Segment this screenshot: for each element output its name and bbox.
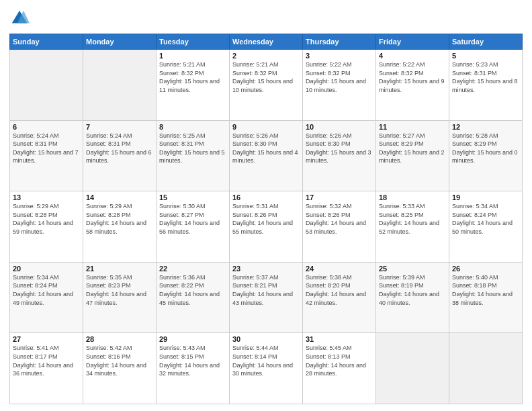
day-info: Sunrise: 5:24 AM Sunset: 8:31 PM Dayligh… (86, 132, 153, 165)
day-number: 2 (232, 52, 300, 60)
day-info: Sunrise: 5:42 AM Sunset: 8:16 PM Dayligh… (86, 344, 153, 377)
day-number: 6 (13, 123, 80, 131)
day-info: Sunrise: 5:39 AM Sunset: 8:19 PM Dayligh… (379, 273, 446, 307)
day-cell (376, 333, 449, 404)
day-number: 23 (232, 265, 300, 273)
day-cell: 4Sunrise: 5:22 AM Sunset: 8:32 PM Daylig… (376, 50, 449, 121)
day-number: 25 (379, 265, 446, 273)
header (9, 8, 523, 28)
day-info: Sunrise: 5:41 AM Sunset: 8:17 PM Dayligh… (13, 344, 80, 377)
day-number: 21 (86, 265, 153, 273)
day-number: 17 (306, 193, 373, 201)
day-info: Sunrise: 5:36 AM Sunset: 8:22 PM Dayligh… (159, 273, 226, 307)
day-info: Sunrise: 5:31 AM Sunset: 8:26 PM Dayligh… (232, 202, 300, 236)
day-info: Sunrise: 5:30 AM Sunset: 8:27 PM Dayligh… (159, 202, 226, 236)
day-cell: 31Sunrise: 5:45 AM Sunset: 8:13 PM Dayli… (303, 333, 376, 404)
day-number: 28 (86, 335, 153, 343)
day-number: 27 (13, 335, 80, 343)
day-cell: 18Sunrise: 5:33 AM Sunset: 8:25 PM Dayli… (376, 191, 449, 263)
day-cell (83, 50, 157, 121)
day-cell: 2Sunrise: 5:21 AM Sunset: 8:32 PM Daylig… (230, 50, 303, 121)
weekday-header-friday: Friday (376, 34, 449, 50)
day-number: 7 (86, 123, 153, 131)
week-row-3: 13Sunrise: 5:29 AM Sunset: 8:28 PM Dayli… (10, 191, 523, 263)
day-number: 13 (13, 193, 80, 201)
weekday-header-monday: Monday (83, 34, 157, 50)
day-cell: 26Sunrise: 5:40 AM Sunset: 8:18 PM Dayli… (449, 262, 523, 333)
day-cell: 7Sunrise: 5:24 AM Sunset: 8:31 PM Daylig… (83, 120, 157, 191)
day-cell: 5Sunrise: 5:23 AM Sunset: 8:31 PM Daylig… (449, 50, 523, 121)
day-cell: 20Sunrise: 5:34 AM Sunset: 8:24 PM Dayli… (10, 262, 83, 333)
day-number: 26 (452, 265, 519, 273)
day-cell: 23Sunrise: 5:37 AM Sunset: 8:21 PM Dayli… (230, 262, 303, 333)
day-number: 24 (306, 265, 373, 273)
day-number: 22 (159, 265, 226, 273)
calendar: SundayMondayTuesdayWednesdayThursdayFrid… (9, 34, 523, 404)
day-number: 29 (159, 335, 226, 343)
day-info: Sunrise: 5:34 AM Sunset: 8:24 PM Dayligh… (452, 202, 519, 236)
day-number: 8 (159, 123, 226, 131)
day-cell: 17Sunrise: 5:32 AM Sunset: 8:26 PM Dayli… (303, 191, 376, 263)
day-cell: 15Sunrise: 5:30 AM Sunset: 8:27 PM Dayli… (157, 191, 230, 263)
day-info: Sunrise: 5:22 AM Sunset: 8:32 PM Dayligh… (306, 60, 373, 94)
day-info: Sunrise: 5:28 AM Sunset: 8:29 PM Dayligh… (452, 132, 519, 165)
week-row-2: 6Sunrise: 5:24 AM Sunset: 8:31 PM Daylig… (10, 120, 523, 191)
day-cell: 19Sunrise: 5:34 AM Sunset: 8:24 PM Dayli… (449, 191, 523, 263)
day-number: 12 (452, 123, 519, 131)
day-info: Sunrise: 5:33 AM Sunset: 8:25 PM Dayligh… (379, 202, 446, 236)
day-info: Sunrise: 5:44 AM Sunset: 8:14 PM Dayligh… (232, 344, 300, 377)
day-cell: 30Sunrise: 5:44 AM Sunset: 8:14 PM Dayli… (230, 333, 303, 404)
day-cell: 25Sunrise: 5:39 AM Sunset: 8:19 PM Dayli… (376, 262, 449, 333)
day-number: 1 (159, 52, 226, 60)
day-cell: 1Sunrise: 5:21 AM Sunset: 8:32 PM Daylig… (157, 50, 230, 121)
day-number: 15 (159, 193, 226, 201)
day-cell: 10Sunrise: 5:26 AM Sunset: 8:30 PM Dayli… (303, 120, 376, 191)
day-number: 18 (379, 193, 446, 201)
day-info: Sunrise: 5:38 AM Sunset: 8:20 PM Dayligh… (306, 273, 373, 307)
day-number: 10 (306, 123, 373, 131)
weekday-header-tuesday: Tuesday (157, 34, 230, 50)
day-number: 31 (306, 335, 373, 343)
day-cell: 3Sunrise: 5:22 AM Sunset: 8:32 PM Daylig… (303, 50, 376, 121)
weekday-header-thursday: Thursday (303, 34, 376, 50)
day-info: Sunrise: 5:43 AM Sunset: 8:15 PM Dayligh… (159, 344, 226, 377)
logo-icon (9, 8, 30, 28)
day-info: Sunrise: 5:25 AM Sunset: 8:31 PM Dayligh… (159, 132, 226, 165)
week-row-4: 20Sunrise: 5:34 AM Sunset: 8:24 PM Dayli… (10, 262, 523, 333)
weekday-header-row: SundayMondayTuesdayWednesdayThursdayFrid… (10, 34, 523, 50)
day-cell: 11Sunrise: 5:27 AM Sunset: 8:29 PM Dayli… (376, 120, 449, 191)
day-info: Sunrise: 5:24 AM Sunset: 8:31 PM Dayligh… (13, 132, 80, 165)
day-number: 16 (232, 193, 300, 201)
day-info: Sunrise: 5:21 AM Sunset: 8:32 PM Dayligh… (159, 60, 226, 94)
day-info: Sunrise: 5:26 AM Sunset: 8:30 PM Dayligh… (232, 132, 300, 165)
day-number: 30 (232, 335, 300, 343)
day-info: Sunrise: 5:40 AM Sunset: 8:18 PM Dayligh… (452, 273, 519, 307)
day-info: Sunrise: 5:34 AM Sunset: 8:24 PM Dayligh… (13, 273, 80, 307)
day-number: 20 (13, 265, 80, 273)
weekday-header-sunday: Sunday (10, 34, 83, 50)
day-info: Sunrise: 5:27 AM Sunset: 8:29 PM Dayligh… (379, 132, 446, 165)
day-number: 5 (452, 52, 519, 60)
day-number: 3 (306, 52, 373, 60)
day-cell: 6Sunrise: 5:24 AM Sunset: 8:31 PM Daylig… (10, 120, 83, 191)
day-info: Sunrise: 5:29 AM Sunset: 8:28 PM Dayligh… (86, 202, 153, 236)
day-cell: 22Sunrise: 5:36 AM Sunset: 8:22 PM Dayli… (157, 262, 230, 333)
logo (9, 8, 32, 28)
day-number: 9 (232, 123, 300, 131)
weekday-header-saturday: Saturday (449, 34, 523, 50)
page: SundayMondayTuesdayWednesdayThursdayFrid… (0, 0, 532, 411)
day-cell (449, 333, 523, 404)
day-cell: 16Sunrise: 5:31 AM Sunset: 8:26 PM Dayli… (230, 191, 303, 263)
week-row-5: 27Sunrise: 5:41 AM Sunset: 8:17 PM Dayli… (10, 333, 523, 404)
day-cell (10, 50, 83, 121)
day-info: Sunrise: 5:22 AM Sunset: 8:32 PM Dayligh… (379, 60, 446, 94)
day-number: 4 (379, 52, 446, 60)
weekday-header-wednesday: Wednesday (230, 34, 303, 50)
day-info: Sunrise: 5:29 AM Sunset: 8:28 PM Dayligh… (13, 202, 80, 236)
day-number: 11 (379, 123, 446, 131)
day-number: 19 (452, 193, 519, 201)
day-info: Sunrise: 5:45 AM Sunset: 8:13 PM Dayligh… (306, 344, 373, 377)
day-info: Sunrise: 5:35 AM Sunset: 8:23 PM Dayligh… (86, 273, 153, 307)
day-cell: 21Sunrise: 5:35 AM Sunset: 8:23 PM Dayli… (83, 262, 157, 333)
day-cell: 14Sunrise: 5:29 AM Sunset: 8:28 PM Dayli… (83, 191, 157, 263)
